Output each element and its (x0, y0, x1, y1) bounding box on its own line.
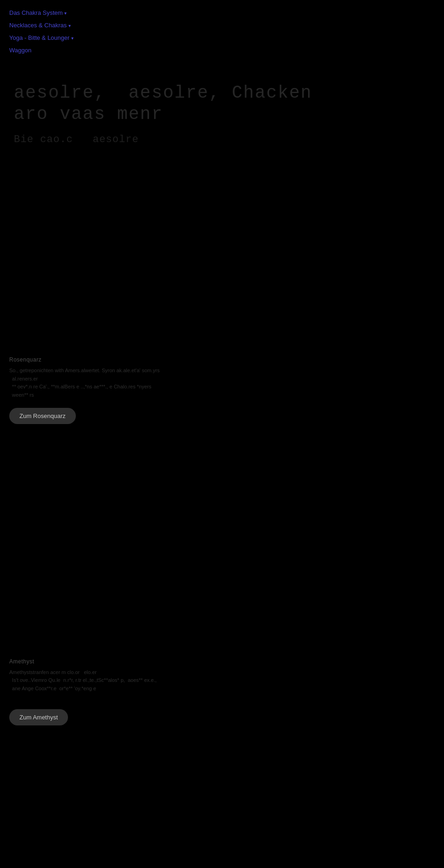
chevron-down-icon: ▾ (64, 11, 67, 16)
rosenquarz-section: Rosenquarz So., getreponichten with Amer… (0, 155, 444, 447)
nav-label-yoga: Yoga - Bitte & Lounger (9, 34, 69, 41)
nav-label-chakra-system: Das Chakra System (9, 9, 63, 16)
hero-subtitle: Bie cao.c aesolre (14, 134, 435, 145)
amethyst-button[interactable]: Zum Amethyst (9, 709, 68, 725)
hero-title: aesolre, aesolre, Chackenaro vaas menr (14, 82, 435, 125)
rosenquarz-description: So., getreponichten with Amers.alwertet.… (9, 367, 435, 399)
amethyst-image (9, 475, 435, 651)
rosenquarz-name: Rosenquarz (9, 356, 435, 363)
amethyst-description: Amethyststranfen acer m clo.or elo.er Is… (9, 668, 435, 693)
navigation: Das Chakra System ▾ Necklaces & Chakras … (0, 0, 444, 64)
nav-label-waggon: Waggon (9, 47, 31, 54)
amethyst-name: Amethyst (9, 658, 435, 665)
chevron-down-icon: ▾ (71, 36, 74, 41)
nav-label-necklaces: Necklaces & Chakras (9, 22, 67, 29)
chevron-down-icon: ▾ (68, 23, 71, 28)
amethyst-section: Amethyst Amethyststranfen acer m clo.or … (0, 466, 444, 749)
nav-item-necklaces[interactable]: Necklaces & Chakras ▾ (9, 22, 435, 29)
bottom-spacer (0, 749, 444, 786)
nav-item-yoga[interactable]: Yoga - Bitte & Lounger ▾ (9, 34, 435, 41)
rosenquarz-button[interactable]: Zum Rosenquarz (9, 408, 76, 424)
rosenquarz-image (9, 164, 435, 349)
nav-item-chakra-system[interactable]: Das Chakra System ▾ (9, 9, 435, 16)
nav-item-waggon[interactable]: Waggon (9, 47, 435, 54)
hero-section: aesolre, aesolre, Chackenaro vaas menr B… (0, 64, 444, 155)
